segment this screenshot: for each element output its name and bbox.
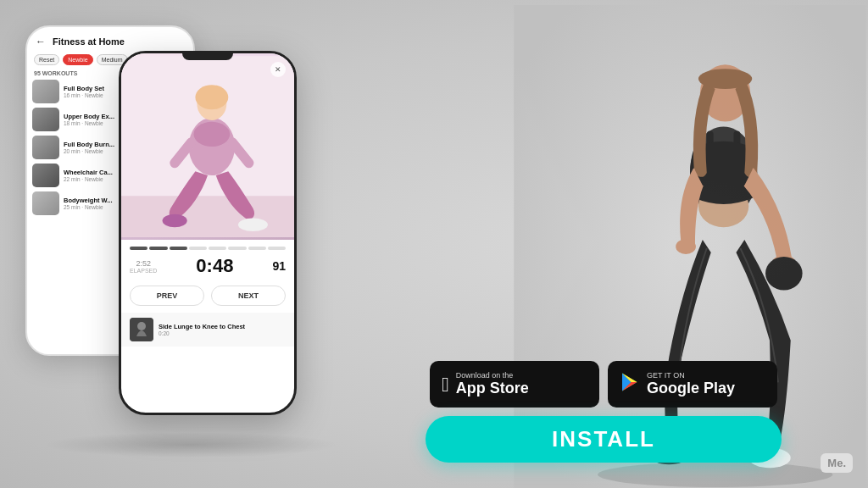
svg-point-8 [163, 214, 187, 228]
next-exercise-info: Side Lunge to Knee to Chest 0:20 [159, 323, 245, 336]
store-buttons:  Download on the App Store GET IT ON Go… [430, 361, 777, 408]
next-exercise-icon [130, 318, 153, 341]
timer-elapsed: 2:52 [130, 259, 157, 268]
watermark: Me. [821, 453, 853, 473]
progress-seg-6 [228, 247, 246, 250]
progress-bars [130, 247, 286, 250]
timer-main: 0:48 [196, 255, 233, 277]
app-store-sub: Download on the [456, 371, 529, 380]
phone-back-title: Fitness at Home [53, 36, 125, 47]
svg-point-3 [193, 122, 230, 147]
progress-seg-8 [268, 247, 286, 250]
next-button[interactable]: NEXT [211, 286, 286, 306]
next-exercise-thumb [130, 318, 153, 341]
svg-point-21 [676, 239, 696, 254]
back-arrow-icon[interactable]: ← [36, 36, 46, 47]
progress-seg-7 [248, 247, 266, 250]
phone-notch [182, 53, 233, 60]
filter-newbie[interactable]: Newbie [63, 54, 92, 65]
close-button[interactable]: ✕ [270, 62, 286, 77]
google-play-sub: GET IT ON [647, 371, 735, 380]
next-exercise: Side Lunge to Knee to Chest 0:20 [121, 313, 294, 347]
phone-front-content: ✕ 2:52 EL [121, 53, 294, 413]
workout-figure-svg [121, 53, 294, 240]
progress-seg-2 [149, 247, 167, 250]
workout-video-area: ✕ [121, 53, 294, 240]
svg-rect-1 [121, 196, 294, 237]
progress-seg-5 [209, 247, 226, 250]
timer-count: 91 [272, 259, 286, 273]
svg-point-13 [598, 462, 832, 487]
timer-row: 2:52 ELAPSED 0:48 91 [130, 255, 286, 277]
timer-elapsed-label: ELAPSED [130, 268, 157, 274]
google-play-button[interactable]: GET IT ON Google Play [608, 361, 777, 408]
nav-buttons: PREV NEXT [121, 286, 294, 306]
app-store-button[interactable]:  Download on the App Store [430, 361, 599, 408]
app-store-text: Download on the App Store [456, 371, 529, 397]
progress-area: 2:52 ELAPSED 0:48 91 [121, 240, 294, 286]
svg-point-11 [137, 322, 146, 330]
svg-point-5 [195, 85, 228, 109]
svg-point-9 [238, 219, 268, 232]
action-area:  Download on the App Store GET IT ON Go… [373, 361, 834, 463]
workout-thumb-1 [32, 80, 59, 103]
install-button[interactable]: INSTALL [426, 416, 782, 463]
phone-front: ✕ 2:52 EL [119, 51, 297, 415]
workout-thumb-4 [32, 164, 59, 187]
svg-point-19 [698, 69, 752, 89]
google-play-name: Google Play [647, 380, 735, 397]
google-play-text: GET IT ON Google Play [647, 371, 735, 397]
progress-seg-4 [189, 247, 207, 250]
apple-logo-icon:  [442, 374, 449, 395]
filter-reset[interactable]: Reset [34, 54, 59, 65]
prev-button[interactable]: PREV [130, 286, 204, 306]
svg-point-22 [765, 257, 803, 291]
workout-thumb-3 [32, 136, 59, 159]
phones-shadow [42, 432, 339, 458]
app-store-name: App Store [456, 380, 529, 397]
progress-seg-3 [170, 247, 187, 250]
phones-container: ← Fitness at Home Reset Newbie Medium Ad… [17, 17, 373, 474]
next-exercise-name: Side Lunge to Knee to Chest [159, 323, 245, 330]
workout-thumb-5 [32, 191, 59, 215]
next-exercise-duration: 0:20 [159, 330, 245, 336]
phone-back-header: ← Fitness at Home [32, 34, 188, 49]
progress-seg-1 [130, 247, 147, 250]
workout-thumb-2 [32, 108, 59, 131]
google-play-icon [620, 372, 640, 397]
